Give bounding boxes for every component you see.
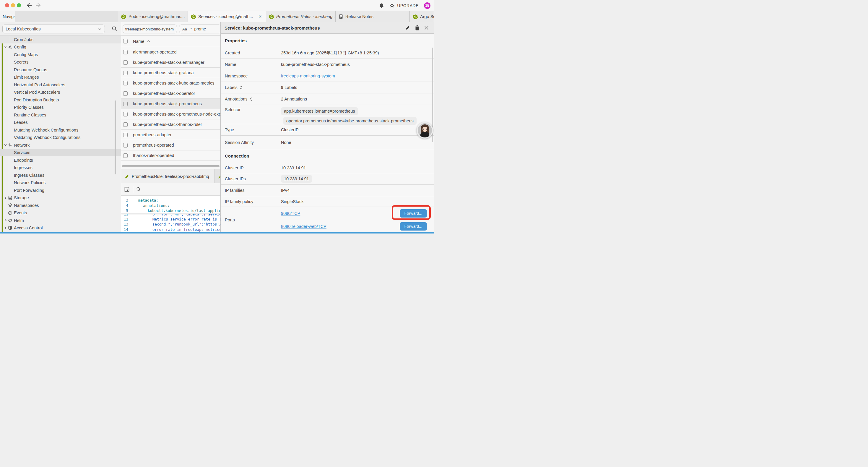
close-tab-icon[interactable]: ✕ bbox=[258, 14, 262, 19]
table-row[interactable]: kube-prometheus-stack-operator bbox=[121, 88, 220, 99]
sidebar-item-access-control[interactable]: Access Control bbox=[0, 224, 121, 232]
sidebar-item-storage[interactable]: Storage bbox=[0, 194, 121, 202]
user-avatar[interactable] bbox=[416, 122, 433, 139]
row-checkbox[interactable] bbox=[123, 102, 128, 106]
zoom-window-button[interactable] bbox=[17, 3, 21, 7]
sidebar-item-mutating-webhook-configurations[interactable]: Mutating Webhook Configurations bbox=[0, 126, 121, 134]
sidebar-item-events[interactable]: Events bbox=[0, 209, 121, 217]
expand-collapse-icon[interactable] bbox=[240, 85, 243, 90]
row-checkbox[interactable] bbox=[123, 71, 128, 75]
row-checkbox[interactable] bbox=[123, 50, 128, 54]
table-row[interactable]: kube-prometheus-stack-grafana bbox=[121, 68, 220, 78]
table-row[interactable]: thanos-ruler-operated bbox=[121, 150, 220, 161]
table-row[interactable]: kube-prometheus-stack-prometheus bbox=[121, 99, 220, 109]
sidebar-item-cron-jobs[interactable]: Cron Jobs bbox=[0, 36, 121, 43]
row-checkbox[interactable] bbox=[123, 153, 128, 158]
edit-pencil-icon[interactable] bbox=[405, 25, 410, 30]
namespace-filter-select[interactable]: freeleaps-monitoring-system bbox=[123, 25, 177, 33]
sidebar-item-port-forwarding[interactable]: Port Forwarding bbox=[0, 186, 121, 194]
selector-chip[interactable]: operator.prometheus.io/name=kube-prometh… bbox=[283, 117, 416, 125]
row-checkbox[interactable] bbox=[123, 81, 128, 85]
namespace-link[interactable]: freeleaps-monitoring-system bbox=[281, 74, 335, 78]
sidebar-item-ingresses[interactable]: Ingresses bbox=[0, 164, 121, 172]
row-checkbox[interactable] bbox=[123, 91, 128, 96]
match-case-toggle[interactable]: Aa bbox=[182, 27, 187, 31]
chevron-right-icon[interactable] bbox=[4, 196, 7, 200]
sidebar-item-secrets[interactable]: Secrets bbox=[0, 59, 121, 66]
sort-ascending-icon[interactable] bbox=[147, 40, 151, 42]
sidebar-item-endpoints[interactable]: Endpoints bbox=[0, 156, 121, 164]
editor-search-icon[interactable] bbox=[136, 187, 141, 192]
code-link[interactable]: https://net bbox=[206, 222, 220, 226]
table-row[interactable]: kube-prometheus-stack-alertmanager bbox=[121, 57, 220, 68]
kubeconfig-select[interactable]: Local Kubeconfigs bbox=[2, 25, 105, 33]
editor-tab-prometheusrule[interactable]: PrometheusRule: freeleaps-prod-rabbitmq bbox=[121, 169, 215, 183]
forward-button[interactable]: Forward... bbox=[400, 222, 427, 231]
sidebar-scrollbar[interactable] bbox=[115, 100, 116, 174]
selector-chip[interactable]: app.kubernetes.io/name=prometheus bbox=[281, 107, 358, 115]
back-arrow-icon[interactable] bbox=[26, 3, 32, 8]
notification-count-badge[interactable]: 15 bbox=[424, 2, 430, 9]
table-row[interactable]: alertmanager-operated bbox=[121, 47, 220, 57]
value-chip[interactable]: 10.233.14.91 bbox=[281, 175, 312, 183]
row-checkbox[interactable] bbox=[123, 133, 128, 137]
table-row[interactable]: kube-prometheus-stack-kube-state-metrics bbox=[121, 78, 220, 88]
sidebar-item-vertical-pod-autoscalers[interactable]: Vertical Pod Autoscalers bbox=[0, 89, 121, 96]
sidebar-item-config[interactable]: Config bbox=[0, 43, 121, 51]
row-checkbox[interactable] bbox=[123, 112, 128, 116]
close-icon[interactable] bbox=[424, 26, 429, 30]
chevron-down-icon[interactable] bbox=[4, 46, 7, 49]
close-window-button[interactable] bbox=[5, 3, 9, 7]
name-column-header[interactable]: Name bbox=[133, 39, 145, 44]
port-link[interactable]: 8080:reloader-web/TCP bbox=[281, 224, 327, 229]
row-checkbox[interactable] bbox=[123, 122, 128, 127]
table-row[interactable]: prometheus-adapter bbox=[121, 130, 220, 140]
row-checkbox[interactable] bbox=[123, 60, 128, 65]
row-checkbox[interactable] bbox=[123, 143, 128, 147]
sidebar-item-custom-resources[interactable]: Custom Resources bbox=[0, 232, 121, 232]
horizontal-scrollbar-thumb[interactable] bbox=[122, 165, 219, 167]
regex-toggle[interactable]: .* bbox=[189, 27, 192, 31]
minimize-window-button[interactable] bbox=[11, 3, 15, 7]
forward-arrow-icon[interactable] bbox=[35, 3, 41, 8]
window-tab-2[interactable]: Services - icecheng@math...✕ bbox=[188, 11, 266, 22]
delete-trash-icon[interactable] bbox=[415, 25, 419, 30]
sidebar-item-config-maps[interactable]: Config Maps bbox=[0, 51, 121, 59]
window-tab-3[interactable]: Prometheus Rules - icecheng... bbox=[266, 11, 336, 22]
window-tab-5[interactable]: Argo Se bbox=[410, 11, 434, 22]
yaml-editor[interactable]: 3metadata:4annotations:5kubectl.kubernet… bbox=[121, 196, 220, 232]
upgrade-button[interactable]: UPGRADE bbox=[390, 3, 418, 8]
sidebar-item-namespaces[interactable]: Namespaces bbox=[0, 202, 121, 209]
navigator-panel-tab[interactable]: Navigator bbox=[0, 11, 16, 22]
table-row[interactable]: kube-prometheus-stack-prometheus-node-ex… bbox=[121, 109, 220, 119]
sidebar-item-services[interactable]: Services bbox=[0, 149, 121, 157]
chevron-right-icon[interactable] bbox=[4, 226, 7, 230]
select-all-checkbox[interactable] bbox=[123, 39, 128, 43]
expand-collapse-icon[interactable] bbox=[250, 97, 253, 101]
resource-search-input[interactable]: Aa .* prome bbox=[179, 25, 221, 33]
sidebar-item-resource-quotas[interactable]: Resource Quotas bbox=[0, 66, 121, 74]
sidebar-item-horizontal-pod-autoscalers[interactable]: Horizontal Pod Autoscalers bbox=[0, 81, 121, 89]
window-tab-4[interactable]: Release Notes bbox=[336, 11, 409, 22]
sidebar-item-ingress-classes[interactable]: Ingress Classes bbox=[0, 171, 121, 179]
horizontal-scrollbar[interactable] bbox=[121, 164, 220, 168]
sidebar-item-validating-webhook-configurations[interactable]: Validating Webhook Configurations bbox=[0, 134, 121, 142]
save-icon[interactable] bbox=[124, 187, 129, 192]
sidebar-item-helm[interactable]: Helm bbox=[0, 217, 121, 224]
chevron-right-icon[interactable] bbox=[4, 219, 7, 222]
table-row[interactable]: kube-prometheus-stack-thanos-ruler bbox=[121, 119, 220, 130]
forward-button[interactable]: Forward... bbox=[400, 209, 427, 217]
notifications-bell-icon[interactable] bbox=[379, 3, 384, 8]
sidebar-search-icon[interactable] bbox=[112, 26, 117, 32]
sidebar-item-pod-disruption-budgets[interactable]: Pod Disruption Budgets bbox=[0, 96, 121, 104]
sidebar-item-limit-ranges[interactable]: Limit Ranges bbox=[0, 74, 121, 81]
window-tab-1[interactable]: Pods - icecheng@mathmas... bbox=[118, 11, 188, 22]
port-link[interactable]: 9090/TCP bbox=[281, 211, 300, 216]
table-row[interactable]: prometheus-operated bbox=[121, 140, 220, 150]
sidebar-item-leases[interactable]: Leases bbox=[0, 119, 121, 126]
sidebar-item-network-policies[interactable]: Network Policies bbox=[0, 179, 121, 187]
sidebar-item-runtime-classes[interactable]: Runtime Classes bbox=[0, 111, 121, 119]
chevron-down-icon[interactable] bbox=[4, 143, 7, 147]
sidebar-item-network[interactable]: Network bbox=[0, 141, 121, 149]
sidebar-item-priority-classes[interactable]: Priority Classes bbox=[0, 104, 121, 111]
